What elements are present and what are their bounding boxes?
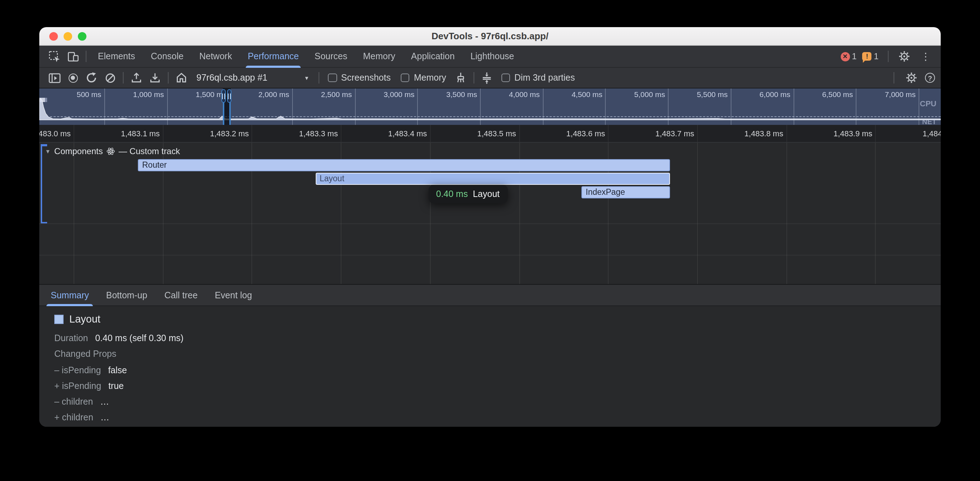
gridline	[875, 125, 876, 142]
tab-bottom-up[interactable]: Bottom-up	[97, 284, 156, 306]
macos-titlebar: DevTools - 97r6ql.csb.app/	[39, 27, 941, 46]
tab-network[interactable]: Network	[191, 45, 240, 67]
screenshots-checkbox[interactable]: Screenshots	[328, 73, 391, 83]
ruler-tick: 1,483.2 ms	[210, 129, 249, 138]
event-color-swatch	[54, 314, 64, 324]
timeline-overview[interactable]: 500 ms 1,000 ms 1,500 ms 2,000 ms 2,500 …	[39, 89, 941, 125]
download-profile-icon[interactable]	[146, 69, 164, 86]
close-window-button[interactable]	[49, 32, 58, 41]
flame-bar-layout[interactable]: Layout	[315, 173, 670, 185]
separator	[473, 72, 474, 84]
toolbar-right-controls: ?	[890, 69, 935, 86]
network-activity-line	[39, 116, 941, 117]
tab-summary[interactable]: Summary	[42, 284, 97, 306]
tab-call-tree[interactable]: Call tree	[156, 284, 206, 306]
summary-panel: Layout Duration0.40 ms (self 0.30 ms) Ch…	[39, 306, 941, 427]
range-handle-left[interactable]	[221, 89, 226, 103]
track-divider	[39, 223, 941, 224]
cpu-lane-label: CPU	[920, 99, 936, 108]
gridline	[875, 143, 876, 284]
gridline	[430, 125, 431, 142]
tab-memory[interactable]: Memory	[355, 45, 403, 67]
details-tabbar: Summary Bottom-up Call tree Event log	[39, 284, 941, 306]
tab-elements[interactable]: Elements	[90, 45, 143, 67]
upload-profile-icon[interactable]	[127, 69, 146, 86]
memory-checkbox[interactable]: Memory	[401, 73, 446, 83]
separator	[894, 72, 894, 84]
help-icon[interactable]: ?	[925, 73, 935, 83]
traffic-lights	[49, 32, 86, 41]
collect-garbage-icon[interactable]	[451, 69, 469, 86]
settings-gear-icon[interactable]	[895, 48, 913, 65]
selected-track-bracket	[40, 144, 42, 223]
separator	[888, 51, 889, 62]
gridline	[608, 125, 609, 142]
warning-badge[interactable]: ! 1	[862, 51, 878, 61]
flame-bar-router[interactable]: Router	[138, 159, 670, 171]
cpu-activity-chart	[39, 89, 941, 125]
chevron-down-icon: ▼	[304, 75, 309, 81]
target-select-value: 97r6ql.csb.app #1	[196, 73, 267, 83]
ruler-tick: 1,483.1 ms	[121, 129, 160, 138]
ruler-tick: 1,483.5 ms	[477, 129, 516, 138]
flame-bar-indexpage[interactable]: IndexPage	[581, 186, 670, 198]
tooltip-duration: 0.40 ms	[436, 189, 468, 199]
gridline	[697, 125, 698, 142]
gridline	[73, 125, 74, 142]
checkbox-box	[501, 73, 510, 83]
target-select[interactable]: 97r6ql.csb.app #1 ▼	[192, 70, 313, 86]
tab-event-log[interactable]: Event log	[206, 284, 260, 306]
tab-performance[interactable]: Performance	[240, 45, 307, 67]
tab-lighthouse[interactable]: Lighthouse	[463, 45, 522, 67]
detail-time-ruler: 1,483.0 ms 1,483.1 ms 1,483.2 ms 1,483.3…	[39, 125, 941, 143]
gridline	[341, 125, 341, 142]
track-divider	[39, 254, 941, 255]
ruler-tick: 1,483.9 ms	[834, 129, 872, 138]
clear-icon[interactable]	[101, 69, 119, 86]
collapse-panel-icon[interactable]	[477, 69, 496, 86]
summary-row: + children…	[54, 410, 941, 426]
capture-settings-gear-icon[interactable]	[902, 69, 921, 86]
zoom-window-button[interactable]	[78, 32, 86, 41]
ruler-tick: 1,483.6 ms	[566, 129, 605, 138]
warning-icon: !	[862, 52, 872, 61]
reload-and-record-icon[interactable]	[82, 69, 101, 86]
tab-console[interactable]: Console	[143, 45, 191, 67]
memory-label: Memory	[414, 73, 446, 83]
selection-stem	[223, 101, 224, 125]
summary-event-title: Layout	[69, 313, 100, 325]
tab-application[interactable]: Application	[403, 45, 463, 67]
summary-row: Changed Props	[54, 346, 941, 362]
record-icon[interactable]	[64, 69, 82, 86]
inspect-element-icon[interactable]	[45, 48, 64, 65]
flame-tooltip: 0.40 ms Layout	[428, 184, 508, 203]
error-badge[interactable]: ✕ 1	[840, 51, 856, 61]
selection-stem	[229, 101, 231, 125]
separator	[168, 72, 169, 84]
device-toolbar-icon[interactable]	[64, 48, 82, 65]
tab-sources[interactable]: Sources	[307, 45, 355, 67]
error-icon: ✕	[840, 52, 850, 61]
track-header[interactable]: ▼ Components — Custom track	[45, 146, 180, 156]
separator	[123, 72, 124, 84]
summary-row: – children…	[54, 394, 941, 410]
performance-toolbar: 97r6ql.csb.app #1 ▼ Screenshots Memory	[39, 68, 941, 89]
minimize-window-button[interactable]	[64, 32, 72, 41]
dim-3rd-parties-checkbox[interactable]: Dim 3rd parties	[501, 73, 575, 83]
disclosure-triangle-icon[interactable]: ▼	[45, 148, 51, 154]
dim-3rd-parties-label: Dim 3rd parties	[514, 73, 575, 83]
tabbar-right-controls: ✕ 1 ! 1	[840, 48, 935, 65]
gridline	[786, 125, 787, 142]
summary-title-row: Layout	[54, 313, 941, 325]
range-handle-right[interactable]	[227, 89, 231, 103]
summary-row: + isPendingtrue	[54, 378, 941, 394]
toggle-sidebar-icon[interactable]	[45, 69, 64, 86]
react-atom-icon	[107, 147, 115, 156]
kebab-menu-icon[interactable]: ⋮	[916, 48, 935, 65]
flame-chart[interactable]: ▼ Components — Custom track Router Layou…	[39, 143, 941, 284]
home-icon[interactable]	[172, 69, 191, 86]
track-subtitle: — Custom track	[119, 146, 180, 156]
gridline	[519, 125, 520, 142]
warning-count: 1	[874, 51, 878, 61]
gridline	[252, 125, 253, 142]
